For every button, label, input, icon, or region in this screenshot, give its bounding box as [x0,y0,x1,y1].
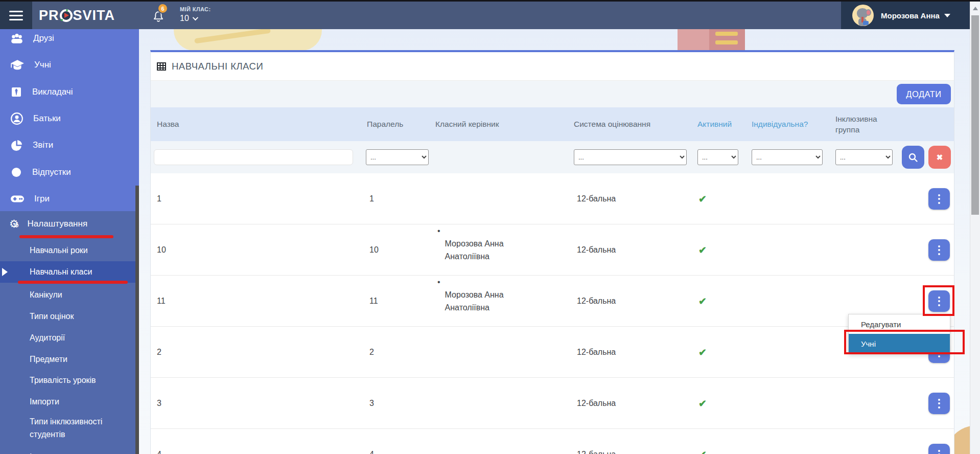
column-header-individual[interactable]: Індивідуальна? [752,107,808,141]
row-actions-button[interactable] [928,239,950,261]
individual-filter-select[interactable]: ... [752,149,823,165]
table-row: 10 10 •Морозова Анна Анатоліївна 12-баль… [151,224,954,276]
notifications-button[interactable]: 6 [151,2,174,29]
app-screen: PRSVITA 6 МІЙ КЛАС: 10 Морозова Анна Дру… [0,0,980,454]
sidebar-subitem-inclusivity-types[interactable]: Типи інклюзивності студентів [0,412,139,444]
scrollbar-thumb[interactable] [971,15,979,215]
cell-parallel: 2 [369,327,374,378]
name-filter-input[interactable] [154,149,353,165]
row-actions-button[interactable] [928,444,950,454]
active-check-icon: ✔ [698,378,707,429]
subitem-label: Імпорти [30,397,59,406]
column-header-active[interactable]: Активний [697,107,732,141]
inclusive-filter-select[interactable]: ... [835,149,893,165]
subitem-label: Типи оцінок [30,312,74,321]
graduation-cap-icon [10,59,25,71]
cell-teacher: •Морозова Анна Анатоліївна [437,276,540,327]
cell-grading: 12-бальна [577,173,616,224]
sidebar-item-label: Налаштування [28,219,88,229]
sidebar-subitem-subjects[interactable]: Предмети [0,349,139,370]
panel-toolbar: ДОДАТИ [151,81,954,107]
column-header-grading: Система оцінювання [574,107,650,141]
active-check-icon: ✔ [698,173,707,224]
sidebar-subitem-imports[interactable]: Імпорти [0,391,139,413]
subitem-label: Типи інклюзивності студентів [30,415,124,441]
sidebar-item-settings[interactable]: ⚙⚙ Налаштування [0,211,139,237]
sidebar-subitem-other[interactable]: Інше [0,446,139,454]
sidebar-subitem-lesson-duration[interactable]: Тривалість уроків [0,370,139,391]
logo-text-pre: PR [39,8,59,24]
search-button[interactable] [902,146,924,169]
row-actions-button[interactable] [928,188,950,210]
current-item-arrow-icon [2,268,8,276]
parallel-filter-select[interactable]: ... [366,149,429,165]
my-class-selector[interactable]: МІЙ КЛАС: 10 [180,6,211,23]
notification-count-badge: 6 [157,3,168,14]
column-header-parallel: Паралель [367,107,403,141]
cell-name: 2 [157,327,161,378]
person-circle-icon [10,112,24,125]
sidebar-subitem-school-years[interactable]: Навчальні роки [0,240,139,261]
sidebar-item-reports[interactable]: Звіти [0,133,139,157]
row-actions-button[interactable] [928,393,950,414]
tie-icon [10,86,22,98]
active-check-icon: ✔ [698,327,707,378]
table-row: 11 11 •Морозова Анна Анатоліївна 12-баль… [151,276,954,327]
cell-name: 3 [157,378,161,429]
chevron-down-icon [193,15,198,20]
chevron-down-icon [944,14,950,17]
sidebar-subitem-classrooms[interactable]: Аудиторії [0,327,139,349]
hamburger-menu-button[interactable] [0,2,32,29]
sidebar-item-students[interactable]: Учні [0,53,139,77]
column-header-inclusive: Інклюзивна группа [835,107,902,141]
cell-parallel: 1 [369,173,374,224]
sidebar-item-vacations[interactable]: Відпустки [0,161,139,184]
user-menu[interactable]: Морозова Анна [841,2,970,29]
pie-chart-icon [10,139,23,152]
subitem-label: Аудиторії [30,333,65,343]
page-scrollbar[interactable] [970,0,980,454]
add-button[interactable]: ДОДАТИ [897,84,951,104]
sidebar-subitem-holidays[interactable]: Канікули [0,284,139,306]
app-logo: PRSVITA [39,2,115,29]
sidebar-item-friends[interactable]: Друзі [0,29,139,50]
sidebar-item-parents[interactable]: Батьки [0,107,139,130]
filter-row: ... ... ... ... ... ✖ [151,141,954,173]
sidebar-item-label: Батьки [33,114,61,124]
sidebar-item-label: Звіти [33,140,53,150]
column-header-name: Назва [157,107,179,141]
grading-filter-select[interactable]: ... [574,149,687,165]
panel-header: НАВЧАЛЬНІ КЛАСИ [151,52,954,81]
scroll-up-arrow-icon[interactable] [970,2,980,14]
cell-grading: 12-бальна [577,327,616,378]
cell-grading: 12-бальна [577,224,616,276]
page-title: НАВЧАЛЬНІ КЛАСИ [172,61,263,72]
sidebar-item-teachers[interactable]: Викладачі [0,80,139,104]
background-illustration-yellow [174,28,322,51]
sidebar-subitem-grade-types[interactable]: Типи оцінок [0,306,139,327]
circle-icon [10,166,22,178]
sidebar-item-games[interactable]: Ігри [0,187,139,211]
clear-filters-button[interactable]: ✖ [928,146,951,169]
context-menu-item-edit[interactable]: Редагувати [849,314,950,334]
sidebar-subitem-school-classes[interactable]: Навчальні класи [0,261,139,283]
sidebar-item-label: Друзі [33,33,54,43]
window-top-edge [0,0,980,2]
subitem-label: Канікули [30,290,62,300]
background-illustration-pink [678,29,745,50]
cell-grading: 12-бальна [577,378,616,429]
table-icon [157,62,166,71]
cell-name: 1 [157,173,161,224]
sidebar-scrollbar[interactable] [135,186,139,454]
table-row: 2 2 12-бальна ✔ [151,327,954,378]
row-context-menu: Редагувати Учні [848,314,950,354]
context-menu-item-students[interactable]: Учні [849,334,950,353]
logo-text-post: SVITA [73,8,115,24]
cell-teacher: •Морозова Анна Анатоліївна [437,224,540,276]
table-header-row: Назва Паралель Класний керівник Система … [151,107,954,141]
row-actions-button-highlighted[interactable] [928,290,950,312]
avatar [852,5,874,26]
active-filter-select[interactable]: ... [697,149,738,165]
search-icon [908,152,918,163]
active-check-icon: ✔ [698,224,707,276]
